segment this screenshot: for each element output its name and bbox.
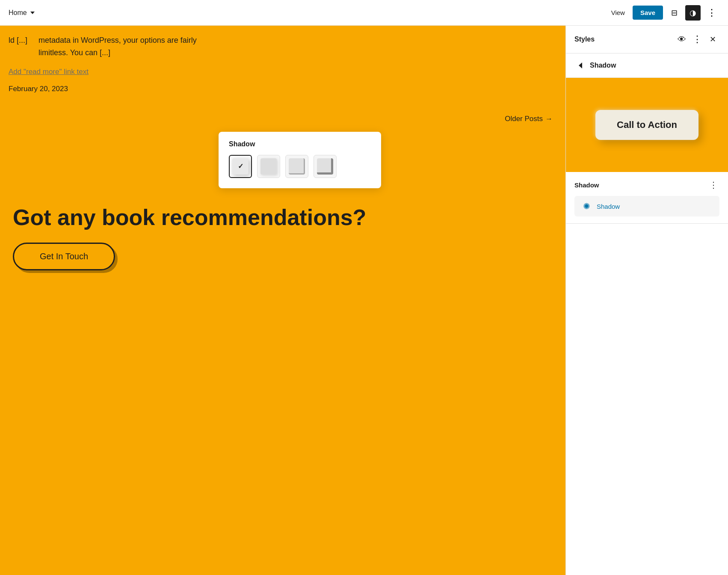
back-button[interactable]	[574, 59, 586, 71]
sun-icon: ✺	[580, 200, 592, 212]
shadow-more-button[interactable]: ⋮	[707, 179, 719, 191]
cta-get-in-touch-button[interactable]: Get In Touch	[13, 243, 115, 270]
eye-icon-button[interactable]: 👁	[675, 33, 689, 46]
columns-icon-button[interactable]: ⊟	[666, 5, 682, 21]
panel-header: Styles 👁 ⋮ ✕	[566, 26, 728, 53]
canvas-area: ld [...] metadata in WordPress, your opt…	[0, 26, 565, 575]
canvas-partial-text: metadata in WordPress, your options are …	[38, 34, 197, 59]
three-dots-icon: ⋮	[707, 7, 717, 18]
shadow-option-soft-selected[interactable]: ✓	[229, 155, 252, 178]
more-menu-button[interactable]: ⋮	[704, 5, 719, 21]
canvas-bottom-section: Got any book recommendations? Get In Tou…	[0, 188, 565, 288]
shadow-option-row[interactable]: ✺ Shadow	[574, 196, 719, 216]
preview-area: Call to Action	[566, 78, 728, 172]
half-circle-icon-button[interactable]: ◑	[685, 5, 701, 21]
close-icon: ✕	[710, 35, 716, 44]
panel-header-icons: 👁 ⋮ ✕	[675, 33, 719, 46]
older-posts-label: Older Posts	[505, 115, 543, 123]
shadow-picker-title: Shadow	[229, 140, 371, 148]
eye-icon: 👁	[678, 35, 686, 44]
chevron-left-icon	[579, 62, 582, 68]
home-menu[interactable]: Home	[9, 9, 35, 17]
view-button[interactable]: View	[607, 6, 629, 19]
home-chevron-icon	[30, 12, 35, 14]
shadow-picker-popup: Shadow ✓	[219, 132, 381, 188]
canvas-top-section: ld [...] metadata in WordPress, your opt…	[0, 26, 565, 102]
three-dots-icon-shadow: ⋮	[709, 180, 718, 190]
older-posts-link[interactable]: Older Posts →	[505, 115, 553, 123]
canvas-content: ld [...] metadata in WordPress, your opt…	[0, 26, 565, 575]
partial-text-line2: limitless. You can [...]	[38, 48, 110, 57]
top-bar-right: View Save ⊟ ◑ ⋮	[607, 5, 719, 21]
older-posts-row: Older Posts →	[0, 102, 565, 123]
half-circle-icon: ◑	[690, 8, 696, 18]
shadow-panel-title: Shadow	[590, 62, 616, 69]
shadow-option-medium[interactable]	[285, 155, 308, 178]
checkmark-icon: ✓	[238, 162, 243, 170]
panel-shadow-section-header: Shadow ⋮	[574, 179, 719, 191]
read-more-link[interactable]: Add "read more" link text	[9, 68, 553, 76]
columns-icon: ⊟	[671, 8, 678, 18]
three-dots-vertical-icon: ⋮	[692, 34, 702, 45]
shadow-option-label-text: Shadow	[597, 203, 620, 210]
shadow-option-large[interactable]	[314, 155, 337, 178]
post-date: February 20, 2023	[9, 85, 553, 93]
shadow-options: ✓	[229, 155, 371, 178]
top-bar: Home View Save ⊟ ◑ ⋮	[0, 0, 728, 26]
cta-heading: Got any book recommendations?	[13, 205, 553, 230]
right-panel: Styles 👁 ⋮ ✕ Shadow Call to Action	[565, 26, 728, 575]
preview-cta-button[interactable]: Call to Action	[595, 110, 698, 140]
more-options-button[interactable]: ⋮	[690, 33, 704, 46]
top-bar-left: Home	[9, 9, 35, 17]
home-label: Home	[9, 9, 27, 17]
partial-left-text: ld [...]	[9, 34, 34, 59]
shadow-option-subtle[interactable]	[257, 155, 280, 178]
styles-title: Styles	[574, 36, 595, 43]
shadow-sub-header: Shadow	[566, 53, 728, 78]
close-panel-button[interactable]: ✕	[706, 33, 719, 46]
partial-text-line1: metadata in WordPress, your options are …	[38, 36, 197, 44]
panel-shadow-section: Shadow ⋮ ✺ Shadow	[566, 172, 728, 224]
save-button[interactable]: Save	[633, 6, 663, 20]
panel-shadow-label: Shadow	[574, 181, 599, 189]
older-posts-arrow-icon: →	[545, 115, 553, 123]
main-layout: ld [...] metadata in WordPress, your opt…	[0, 26, 728, 575]
